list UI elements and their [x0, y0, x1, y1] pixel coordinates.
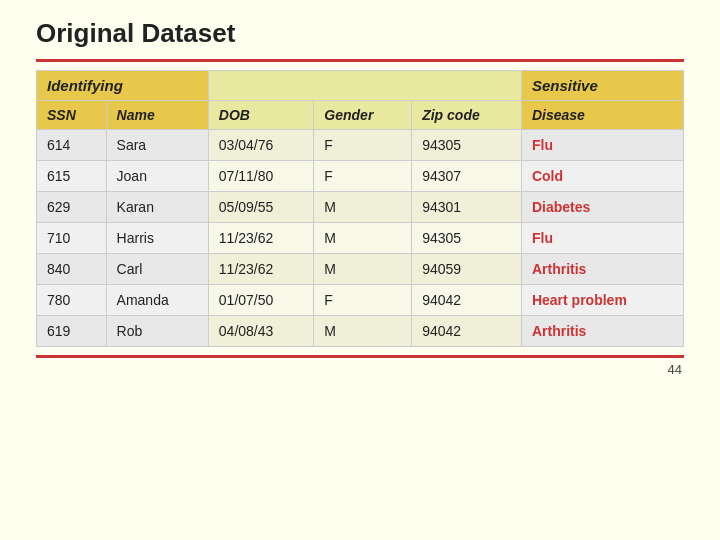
cell-disease: Diabetes — [521, 192, 683, 223]
table-row: 619Rob04/08/43M94042Arthritis — [37, 316, 684, 347]
page-title: Original Dataset — [36, 18, 684, 49]
cat-middle — [208, 71, 521, 101]
cell-zipcode: 94042 — [412, 285, 522, 316]
cell-disease: Flu — [521, 223, 683, 254]
cell-disease: Flu — [521, 130, 683, 161]
cat-identifying: Identifying — [37, 71, 209, 101]
page-number: 44 — [36, 362, 684, 377]
cell-name: Harris — [106, 223, 208, 254]
cat-sensitive: Sensitive — [521, 71, 683, 101]
category-row: Identifying Sensitive — [37, 71, 684, 101]
divider-top — [36, 59, 684, 62]
col-header-dob: DOB — [208, 101, 314, 130]
cell-name: Rob — [106, 316, 208, 347]
cell-name: Amanda — [106, 285, 208, 316]
dataset-table: Identifying Sensitive SSN Name DOB Gende… — [36, 70, 684, 347]
table-row: 840Carl11/23/62M94059Arthritis — [37, 254, 684, 285]
table-row: 780Amanda01/07/50F94042Heart problem — [37, 285, 684, 316]
cell-name: Karan — [106, 192, 208, 223]
cell-zipcode: 94301 — [412, 192, 522, 223]
col-header-gender: Gender — [314, 101, 412, 130]
col-header-zipcode: Zip code — [412, 101, 522, 130]
cell-ssn: 840 — [37, 254, 107, 285]
column-header-row: SSN Name DOB Gender Zip code Disease — [37, 101, 684, 130]
cell-name: Sara — [106, 130, 208, 161]
cell-name: Joan — [106, 161, 208, 192]
page-container: Original Dataset Identifying Sensitive S… — [0, 0, 720, 395]
cell-zipcode: 94305 — [412, 223, 522, 254]
cell-ssn: 619 — [37, 316, 107, 347]
cell-ssn: 629 — [37, 192, 107, 223]
cell-gender: M — [314, 316, 412, 347]
cell-zipcode: 94307 — [412, 161, 522, 192]
table-row: 615Joan07/11/80F94307Cold — [37, 161, 684, 192]
table-row: 710Harris11/23/62M94305Flu — [37, 223, 684, 254]
cell-dob: 01/07/50 — [208, 285, 314, 316]
cell-zipcode: 94305 — [412, 130, 522, 161]
col-header-ssn: SSN — [37, 101, 107, 130]
cell-ssn: 614 — [37, 130, 107, 161]
cell-gender: F — [314, 161, 412, 192]
cell-gender: F — [314, 130, 412, 161]
cell-ssn: 780 — [37, 285, 107, 316]
table-row: 614Sara03/04/76F94305Flu — [37, 130, 684, 161]
cell-gender: M — [314, 223, 412, 254]
col-header-name: Name — [106, 101, 208, 130]
cell-dob: 11/23/62 — [208, 223, 314, 254]
cell-disease: Arthritis — [521, 316, 683, 347]
cell-ssn: 710 — [37, 223, 107, 254]
col-header-disease: Disease — [521, 101, 683, 130]
cell-gender: F — [314, 285, 412, 316]
table-row: 629Karan05/09/55M94301Diabetes — [37, 192, 684, 223]
cell-gender: M — [314, 192, 412, 223]
cell-ssn: 615 — [37, 161, 107, 192]
cell-zipcode: 94042 — [412, 316, 522, 347]
cell-dob: 05/09/55 — [208, 192, 314, 223]
cell-dob: 11/23/62 — [208, 254, 314, 285]
cell-disease: Cold — [521, 161, 683, 192]
cell-gender: M — [314, 254, 412, 285]
divider-bottom — [36, 355, 684, 358]
cell-dob: 04/08/43 — [208, 316, 314, 347]
cell-zipcode: 94059 — [412, 254, 522, 285]
cell-disease: Arthritis — [521, 254, 683, 285]
cell-name: Carl — [106, 254, 208, 285]
cell-dob: 07/11/80 — [208, 161, 314, 192]
cell-disease: Heart problem — [521, 285, 683, 316]
cell-dob: 03/04/76 — [208, 130, 314, 161]
